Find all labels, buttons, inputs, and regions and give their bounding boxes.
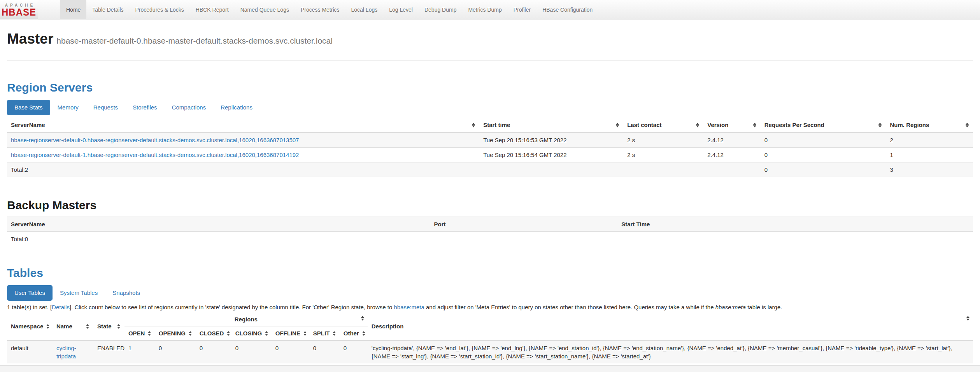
column-header-name[interactable]: Name xyxy=(53,312,93,340)
details-link[interactable]: Details xyxy=(52,304,70,310)
tab-replications[interactable]: Replications xyxy=(213,100,260,115)
rps-cell: 0 xyxy=(761,132,886,148)
tab-snapshots[interactable]: Snapshots xyxy=(105,285,147,301)
tab-base-stats[interactable]: Base Stats xyxy=(7,100,50,115)
offline-count[interactable]: 0 xyxy=(275,345,279,351)
column-header-version[interactable]: Version xyxy=(703,118,760,132)
nav-item-profiler[interactable]: Profiler xyxy=(508,0,536,19)
column-header-other[interactable]: Other xyxy=(340,326,368,341)
nav-item-procedures-locks[interactable]: Procedures & Locks xyxy=(130,0,190,19)
column-header-servername: ServerName xyxy=(7,217,430,232)
column-header-num-regions[interactable]: Num. Regions xyxy=(886,118,973,132)
column-header-last-contact[interactable]: Last contact xyxy=(623,118,703,132)
column-header-servername[interactable]: ServerName xyxy=(7,118,479,132)
nav-item-hbck-report[interactable]: HBCK Report xyxy=(190,0,235,19)
navbar-menu: Home Table Details Procedures & Locks HB… xyxy=(38,0,598,19)
column-header-split[interactable]: SPLIT xyxy=(309,326,340,341)
nav-item-table-details[interactable]: Table Details xyxy=(86,0,129,19)
total-rps: 0 xyxy=(761,162,886,177)
version-cell: 2.4.12 xyxy=(703,148,760,162)
num-regions-cell: 2 xyxy=(886,132,973,148)
tab-system-tables[interactable]: System Tables xyxy=(53,285,105,301)
column-header-closing[interactable]: CLOSING xyxy=(231,326,272,341)
nav-item-log-level[interactable]: Log Level xyxy=(383,0,419,19)
nav-item-process-metrics[interactable]: Process Metrics xyxy=(295,0,345,19)
namespace-cell: default xyxy=(7,340,53,363)
master-hostname: hbase-master-default-0.hbase-master-defa… xyxy=(56,36,333,45)
nav-item-local-logs[interactable]: Local Logs xyxy=(345,0,384,19)
section-divider xyxy=(7,60,973,61)
regionserver-link[interactable]: hbase-regionserver-default-0.hbase-regio… xyxy=(11,137,299,143)
tab-storefiles[interactable]: Storefiles xyxy=(125,100,165,115)
column-header-description[interactable]: Description xyxy=(368,312,973,340)
user-tables-header-row-1: Namespace Name State Regions Description xyxy=(7,312,973,326)
sort-icon[interactable] xyxy=(333,331,336,336)
column-header-closed[interactable]: CLOSED xyxy=(196,326,231,341)
tab-requests[interactable]: Requests xyxy=(86,100,125,115)
tab-memory[interactable]: Memory xyxy=(50,100,86,115)
total-num-regions: 3 xyxy=(886,162,973,177)
sort-icon[interactable] xyxy=(966,123,969,127)
backup-masters-heading: Backup Masters xyxy=(7,199,973,212)
total-label: Total:2 xyxy=(7,162,479,177)
closed-count[interactable]: 0 xyxy=(200,345,203,351)
column-header-start-time[interactable]: Start time xyxy=(479,118,623,132)
sort-icon[interactable] xyxy=(303,331,307,336)
column-header-offline[interactable]: OFFLINE xyxy=(272,326,309,341)
sort-icon[interactable] xyxy=(265,331,268,336)
nav-item-hbase-configuration[interactable]: HBase Configuration xyxy=(536,0,598,19)
sort-icon[interactable] xyxy=(878,123,882,127)
sort-icon[interactable] xyxy=(148,331,151,336)
split-count[interactable]: 0 xyxy=(313,345,316,351)
sort-icon[interactable] xyxy=(696,123,699,127)
sort-icon[interactable] xyxy=(46,324,50,329)
sort-icon[interactable] xyxy=(361,316,365,321)
sort-icon[interactable] xyxy=(189,331,192,336)
column-header-opening[interactable]: OPENING xyxy=(155,326,196,341)
sort-icon[interactable] xyxy=(966,316,970,321)
backup-masters-table: ServerName Port Start Time Total:0 xyxy=(7,217,973,246)
opening-count[interactable]: 0 xyxy=(159,345,162,351)
column-header-start-time: Start Time xyxy=(617,217,973,232)
sort-icon[interactable] xyxy=(117,324,121,329)
sort-icon[interactable] xyxy=(753,123,757,127)
horizontal-scrollbar[interactable] xyxy=(0,365,980,372)
column-header-state[interactable]: State xyxy=(93,312,124,340)
nav-item-named-queue-logs[interactable]: Named Queue Logs xyxy=(235,0,295,19)
sort-icon[interactable] xyxy=(86,324,89,329)
user-table-link[interactable]: cycling-tripdata xyxy=(56,345,76,360)
region-servers-total-row: Total:2 0 3 xyxy=(7,162,973,177)
nav-item-home[interactable]: Home xyxy=(60,0,86,19)
tables-note: 1 table(s) in set. [Details]. Click coun… xyxy=(7,304,973,311)
other-count[interactable]: 0 xyxy=(344,345,347,351)
column-header-requests-per-second[interactable]: Requests Per Second xyxy=(761,118,886,132)
table-row: hbase-regionserver-default-0.hbase-regio… xyxy=(7,132,973,148)
open-count[interactable]: 1 xyxy=(128,345,131,351)
tables-tabs: User Tables System Tables Snapshots xyxy=(7,285,973,301)
top-navbar: APACHE HBASE Home Table Details Procedur… xyxy=(0,0,980,19)
regionserver-link[interactable]: hbase-regionserver-default-1.hbase-regio… xyxy=(11,152,299,158)
sort-icon[interactable] xyxy=(616,123,619,127)
column-header-regions-group[interactable]: Regions xyxy=(124,312,368,326)
version-cell: 2.4.12 xyxy=(703,132,760,148)
sort-icon[interactable] xyxy=(472,123,475,127)
tab-compactions[interactable]: Compactions xyxy=(165,100,214,115)
last-contact-cell: 2 s xyxy=(623,148,703,162)
column-header-open[interactable]: OPEN xyxy=(124,326,155,341)
column-header-namespace[interactable]: Namespace xyxy=(7,312,53,340)
page-title-text: Master xyxy=(7,31,53,47)
start-time-cell: Tue Sep 20 15:16:54 GMT 2022 xyxy=(479,148,623,162)
hbase-logo[interactable]: APACHE HBASE xyxy=(0,0,38,19)
nav-item-metrics-dump[interactable]: Metrics Dump xyxy=(462,0,507,19)
tables-heading: Tables xyxy=(7,266,973,280)
hbase-meta-link[interactable]: hbase:meta xyxy=(394,304,424,310)
tab-user-tables[interactable]: User Tables xyxy=(7,285,53,301)
sort-icon[interactable] xyxy=(227,331,230,336)
region-servers-header-row: ServerName Start time Last contact Versi… xyxy=(7,118,973,132)
column-header-port: Port xyxy=(430,217,618,232)
backup-masters-header-row: ServerName Port Start Time xyxy=(7,217,973,232)
nav-item-debug-dump[interactable]: Debug Dump xyxy=(419,0,463,19)
total-label: Total:0 xyxy=(7,232,430,247)
closing-count[interactable]: 0 xyxy=(235,345,238,351)
sort-icon[interactable] xyxy=(362,331,366,336)
